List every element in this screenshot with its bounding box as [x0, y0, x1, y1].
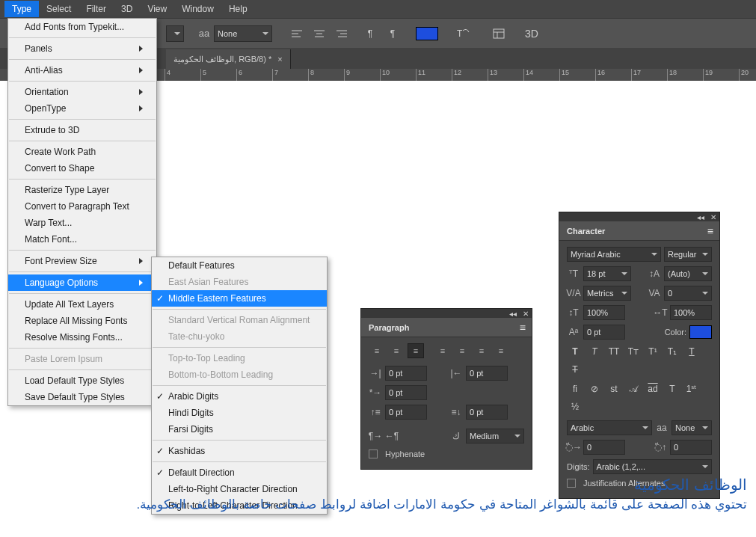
- lang-submenu-item[interactable]: Kashidas: [152, 443, 327, 459]
- diacritic-x-field[interactable]: 0: [583, 440, 625, 455]
- para-justify-last-left[interactable]: ≡: [434, 343, 451, 358]
- close-icon[interactable]: ✕: [710, 213, 716, 221]
- close-icon[interactable]: ✕: [523, 310, 529, 318]
- stylistic-alt[interactable]: st: [606, 381, 622, 396]
- type-menu-item[interactable]: Add Fonts from Typekit...: [8, 19, 156, 35]
- antialias-select[interactable]: None: [214, 25, 272, 42]
- color-swatch[interactable]: [689, 325, 712, 339]
- ordinals[interactable]: T: [664, 381, 680, 396]
- space-after-field[interactable]: 0 pt: [466, 405, 508, 420]
- font-family-select[interactable]: Myriad Arabic: [567, 247, 661, 262]
- indent-left-field[interactable]: 0 pt: [385, 366, 427, 381]
- font-style-select[interactable]: Regular: [664, 247, 712, 262]
- ligatures[interactable]: fi: [567, 381, 583, 396]
- type-menu-item[interactable]: Orientation: [8, 84, 156, 100]
- underline[interactable]: T: [683, 344, 700, 359]
- align-center-icon[interactable]: [310, 24, 329, 43]
- 3d-button[interactable]: 3D: [525, 28, 538, 40]
- type-menu-item[interactable]: Replace All Missing Fonts: [8, 313, 156, 329]
- type-menu-item[interactable]: Resolve Missing Fonts...: [8, 329, 156, 346]
- vscale-field[interactable]: 100%: [583, 305, 625, 320]
- panel-menu-icon[interactable]: ≡: [520, 322, 526, 334]
- menu-window[interactable]: Window: [174, 1, 221, 17]
- warp-text-icon[interactable]: T: [453, 24, 473, 43]
- menu-select[interactable]: Select: [39, 1, 79, 17]
- contextual-alt[interactable]: ⊘: [586, 381, 603, 396]
- font-size-field[interactable]: 18 pt: [583, 266, 631, 281]
- type-menu-item[interactable]: Save Default Type Styles: [8, 389, 156, 405]
- diacritic-y-field[interactable]: 0: [670, 440, 712, 455]
- faux-italic[interactable]: T: [586, 344, 603, 359]
- panels-toggle-icon[interactable]: [489, 24, 508, 43]
- indent-right-field[interactable]: 0 pt: [466, 366, 508, 381]
- hyphenate-checkbox[interactable]: [369, 449, 378, 458]
- para-justify-all[interactable]: ≡: [493, 343, 509, 358]
- canvas-text-title[interactable]: الوظائف الحكومية: [634, 476, 747, 494]
- menu-filter[interactable]: Filter: [79, 1, 114, 17]
- type-menu-item[interactable]: Warp Text...: [8, 215, 156, 231]
- stylistic-set[interactable]: 1ˢᵗ: [683, 381, 700, 396]
- dir-rtl-icon[interactable]: ←¶: [385, 431, 399, 441]
- align-right-icon[interactable]: [332, 24, 351, 43]
- type-menu-item[interactable]: Panels: [8, 40, 156, 57]
- small-caps[interactable]: Tᴛ: [625, 344, 642, 359]
- hscale-field[interactable]: 100%: [670, 305, 712, 320]
- kerning-field[interactable]: Metrics: [583, 286, 631, 301]
- para-align-right[interactable]: ≡: [408, 343, 424, 358]
- type-menu-item[interactable]: Create Work Path: [8, 144, 156, 160]
- unknown-dropdown-1[interactable]: [166, 25, 184, 42]
- first-line-field[interactable]: 0 pt: [385, 385, 427, 400]
- char-antialias-select[interactable]: None: [672, 420, 712, 435]
- menu-type[interactable]: Type: [4, 1, 39, 17]
- para-justify-last-right[interactable]: ≡: [473, 343, 490, 358]
- type-menu-item[interactable]: Convert to Shape: [8, 160, 156, 177]
- type-menu-item[interactable]: Font Preview Size: [8, 253, 156, 269]
- align-left-icon[interactable]: [287, 24, 307, 43]
- swash[interactable]: 𝒜: [625, 381, 642, 396]
- panel-menu-icon[interactable]: ≡: [707, 225, 713, 237]
- menu-view[interactable]: View: [140, 1, 174, 17]
- type-menu-item[interactable]: Update All Text Layers: [8, 296, 156, 313]
- lang-submenu-item[interactable]: Middle Eastern Features: [152, 290, 327, 307]
- type-menu-item[interactable]: Anti-Alias: [8, 62, 156, 79]
- lang-submenu-item[interactable]: Hindi Digits: [152, 405, 327, 421]
- text-color-swatch[interactable]: [414, 24, 440, 43]
- leading-field[interactable]: (Auto): [664, 266, 712, 281]
- lang-submenu-item[interactable]: Left-to-Right Character Direction: [152, 481, 327, 497]
- space-before-field[interactable]: 0 pt: [385, 405, 427, 420]
- type-menu-item[interactable]: Extrude to 3D: [8, 122, 156, 138]
- lang-submenu-item[interactable]: Default Direction: [152, 464, 327, 481]
- type-menu-item[interactable]: Rasterize Type Layer: [8, 182, 156, 198]
- type-menu-item[interactable]: Convert to Paragraph Text: [8, 198, 156, 215]
- dir-ltr-icon[interactable]: ¶→: [369, 431, 382, 441]
- type-menu-item[interactable]: Load Default Type Styles: [8, 372, 156, 389]
- para-align-left[interactable]: ≡: [369, 343, 385, 358]
- lang-submenu-item[interactable]: Default Features: [152, 257, 327, 274]
- type-menu-item[interactable]: OpenType: [8, 100, 156, 117]
- rtl-direction-icon[interactable]: ¶: [383, 24, 402, 43]
- titling[interactable]: ad: [645, 381, 661, 396]
- type-menu-item[interactable]: Match Font...: [8, 231, 156, 248]
- type-menu-item[interactable]: Language Options: [8, 274, 156, 291]
- strikethrough[interactable]: T: [567, 362, 583, 377]
- character-panel[interactable]: ◂◂✕ Character≡ Myriad Arabic Regular ᵀT …: [559, 212, 720, 499]
- collapse-icon[interactable]: ◂◂: [697, 213, 704, 221]
- tracking-field[interactable]: 0: [664, 286, 712, 301]
- ltr-direction-icon[interactable]: ¶: [360, 24, 380, 43]
- lang-submenu-item[interactable]: Farsi Digits: [152, 421, 327, 438]
- faux-bold[interactable]: T: [567, 344, 583, 359]
- superscript[interactable]: T¹: [645, 344, 661, 359]
- para-align-center[interactable]: ≡: [388, 343, 405, 358]
- digits-select[interactable]: Arabic (1,2,...: [593, 459, 712, 474]
- para-justify-last-center[interactable]: ≡: [454, 343, 470, 358]
- paragraph-panel[interactable]: ◂◂✕ Paragraph≡ ≡ ≡ ≡ ≡ ≡ ≡ ≡ →|0 pt |←0 …: [360, 308, 532, 470]
- close-tab-icon[interactable]: ×: [277, 55, 282, 64]
- justification-alternates-checkbox[interactable]: [567, 479, 576, 488]
- collapse-icon[interactable]: ◂◂: [509, 310, 517, 318]
- all-caps[interactable]: TT: [606, 344, 622, 359]
- baseline-shift-field[interactable]: 0 pt: [583, 325, 625, 340]
- menu-3d[interactable]: 3D: [114, 1, 140, 17]
- document-tab[interactable]: الوظائف الحكومية, RGB/8) * ×: [166, 49, 291, 69]
- script-select[interactable]: Arabic: [567, 420, 652, 435]
- kashida-select[interactable]: Medium: [466, 429, 524, 444]
